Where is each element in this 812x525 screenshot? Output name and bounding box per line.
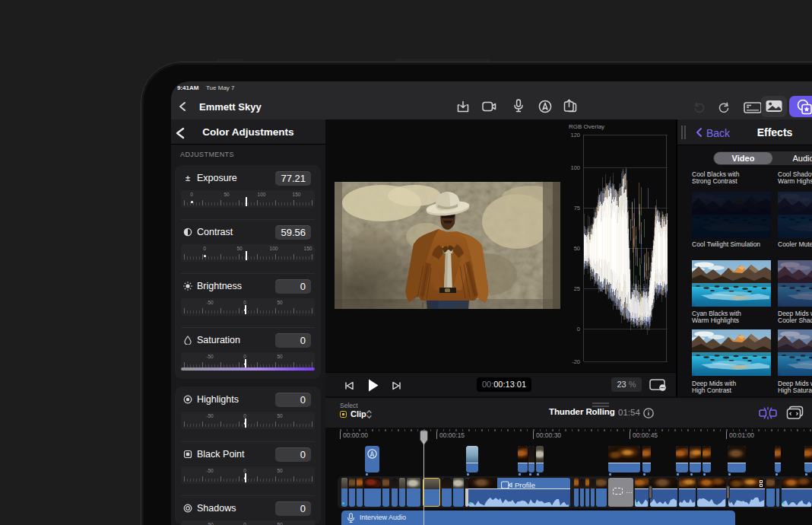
- svg-text:±: ±: [186, 173, 190, 183]
